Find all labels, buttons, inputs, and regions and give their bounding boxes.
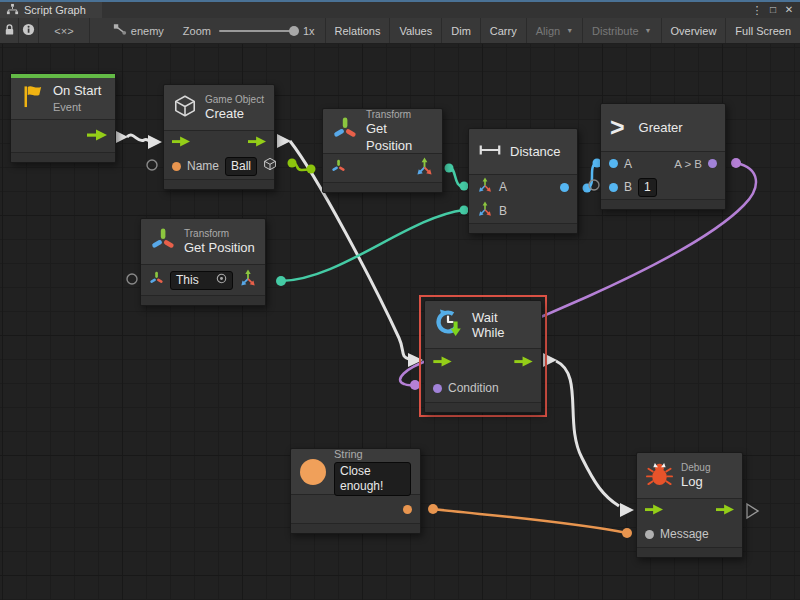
maximize-icon[interactable]: □ [765,2,781,18]
relations-button[interactable]: Relations [325,18,391,43]
node-footer [323,182,442,192]
tab-title: Script Graph [24,4,86,16]
node-distance[interactable]: Distance A B [468,128,578,234]
name-field[interactable]: Ball [225,157,257,176]
node-title: Wait While [472,310,532,340]
gameobject-output-port[interactable] [263,157,277,175]
code-preview-button[interactable]: <×> [39,18,90,43]
node-get-position-bottom[interactable]: Transform Get Position This [140,218,266,306]
node-title: Distance [510,144,561,159]
wire-exec-waitwhile-debug[interactable] [543,353,634,517]
wire-gameobject-create-getposition[interactable] [288,159,316,174]
wire-exec-onstart-create[interactable] [114,130,162,149]
node-footer [601,199,725,209]
zoom-slider-handle[interactable] [289,26,299,36]
number-input-port-b[interactable] [609,183,618,192]
lock-button[interactable] [0,18,19,43]
full-screen-button[interactable]: Full Screen [726,18,800,43]
node-string-literal[interactable]: String Close enough! [290,448,421,534]
node-on-start[interactable]: On Start Event [10,73,116,163]
b-value-field[interactable]: 1 [638,178,657,197]
node-footer [469,223,577,233]
greater-icon: > [610,115,625,140]
exec-input-port[interactable] [172,133,190,151]
node-footer [637,547,742,557]
node-category: Game Object [205,93,264,106]
string-input-port[interactable] [172,162,181,171]
exec-output-port[interactable] [87,127,107,145]
unconnected-exec-triangle[interactable] [747,504,758,518]
vector3-input-port-b[interactable] [477,201,493,221]
dim-button[interactable]: Dim [442,18,481,43]
carry-button[interactable]: Carry [481,18,527,43]
node-wait-while[interactable]: Wait While Condition [424,300,542,413]
transform-input-port[interactable] [149,271,164,290]
bool-output-port[interactable] [708,159,717,168]
node-greater[interactable]: > Greater A A > B B 1 [600,103,726,210]
wire-vector-getpositiontop-distance-a[interactable] [445,164,469,191]
toolbar-spacer [90,18,104,43]
zoom-slider[interactable] [219,30,295,32]
cube-icon [173,94,197,122]
close-icon[interactable]: ✕ [781,2,797,18]
node-footer [291,523,420,533]
exec-input-port[interactable] [645,501,663,519]
tab-script-graph[interactable]: Script Graph [0,2,102,18]
graph-toolbar: <×> enemy Zoom 1x Relations Values Dim C… [0,18,800,44]
node-title: Get Position [184,240,255,257]
graph-breadcrumb[interactable]: enemy [104,18,173,43]
node-get-position-top[interactable]: Transform Get Position [322,108,443,193]
number-output-port[interactable] [560,183,569,192]
script-graph-icon [6,3,19,18]
vector3-input-port-a[interactable] [477,177,493,197]
graph-canvas[interactable]: On Start Event Game Object Create [0,44,800,600]
node-debug-log[interactable]: Debug Log Message [636,452,743,558]
info-button[interactable] [19,18,38,43]
vector3-output-port[interactable] [239,269,257,291]
exec-output-port[interactable] [716,501,734,519]
exec-output-port[interactable] [514,353,533,371]
transform-icon [150,227,176,257]
port-label: Name [187,159,219,173]
button-label: Dim [451,25,471,37]
exec-input-port[interactable] [433,353,452,371]
node-category: Transform [184,227,255,240]
graph-name: enemy [131,25,164,37]
bool-input-port[interactable] [433,384,442,393]
overview-button[interactable]: Overview [662,18,727,43]
values-button[interactable]: Values [390,18,442,43]
wire-vector-getpositionbottom-distance-b[interactable] [276,206,469,287]
node-category: String [334,447,411,461]
distance-icon [478,143,502,161]
node-category: Transform [366,108,433,121]
node-create-gameobject[interactable]: Game Object Create Name Ball [163,84,275,190]
string-value-field[interactable]: Close enough! [334,462,411,496]
chevron-down-icon: ▼ [566,27,573,34]
node-title: Greater [639,120,683,135]
window-titlebar: Script Graph ⋮ □ ✕ [0,0,800,18]
field-value: This [176,273,212,288]
wire-string-debuglog[interactable] [428,504,632,538]
string-output-port[interactable] [403,505,412,514]
exec-output-port[interactable] [248,133,266,151]
message-input-port[interactable] [645,530,654,539]
transform-input-port[interactable] [331,159,346,178]
window-controls: ⋮ □ ✕ [749,2,800,18]
object-picker-icon[interactable] [216,273,227,288]
port-label: B [624,180,632,194]
unconnected-port-circle[interactable] [147,160,157,170]
align-button[interactable]: Align▼ [527,18,583,43]
unconnected-port-circle[interactable] [127,274,137,284]
info-icon [22,23,35,38]
target-field[interactable]: This [170,271,233,290]
node-footer [425,402,541,412]
number-input-port-a[interactable] [609,159,618,168]
distribute-button[interactable]: Distribute▼ [583,18,661,43]
field-value: Ball [231,159,251,174]
vector3-output-port[interactable] [415,157,434,180]
wait-clock-icon [434,308,464,342]
node-title: Get Position [366,121,433,155]
node-title: Create [205,106,264,123]
window-menu-icon[interactable]: ⋮ [749,2,765,18]
port-label: Message [660,527,709,541]
